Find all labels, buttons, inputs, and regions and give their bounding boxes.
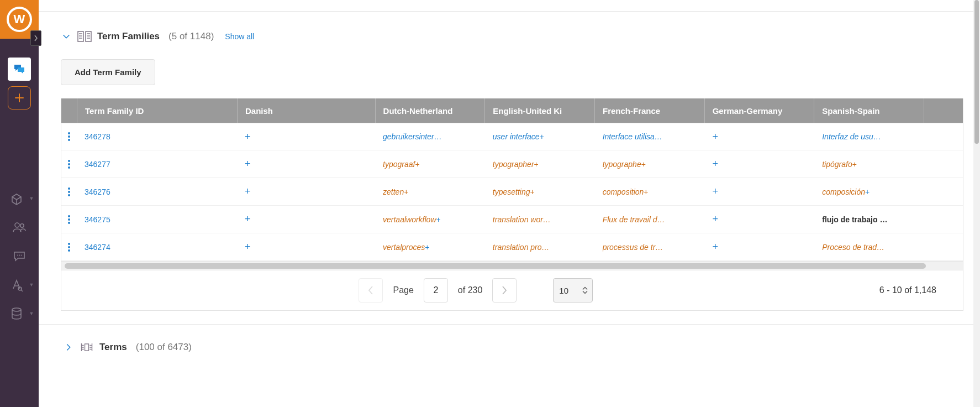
term-link[interactable]: gebruikersinter… bbox=[383, 132, 442, 141]
add-term-plus[interactable]: + bbox=[712, 241, 718, 253]
term-link[interactable]: composition+ bbox=[603, 187, 649, 196]
term-family-id-link[interactable]: 346277 bbox=[85, 160, 110, 169]
row-menu-kebab-icon[interactable] bbox=[64, 184, 75, 200]
term-link[interactable]: Interfaz de usu… bbox=[822, 132, 881, 141]
row-menu-kebab-icon[interactable] bbox=[64, 156, 75, 172]
svg-point-6 bbox=[12, 308, 21, 311]
term-link[interactable]: Proceso de trad… bbox=[822, 243, 884, 252]
pagination-controls: Page of 230 10 bbox=[72, 278, 879, 302]
table-cell: + bbox=[704, 123, 814, 150]
next-page-button[interactable] bbox=[492, 278, 517, 302]
add-term-plus[interactable]: + bbox=[245, 213, 251, 225]
col-english[interactable]: English-United Ki bbox=[485, 98, 595, 123]
scrollbar-thumb[interactable] bbox=[974, 0, 979, 144]
term-family-id-link[interactable]: 346276 bbox=[85, 187, 110, 196]
term-link[interactable]: tipógrafo+ bbox=[822, 160, 857, 169]
nav-chat[interactable] bbox=[8, 58, 31, 81]
scrollbar-horizontal[interactable] bbox=[61, 262, 963, 270]
term-link[interactable]: user interface+ bbox=[493, 132, 544, 141]
add-term-plus[interactable]: + bbox=[712, 158, 718, 170]
nav-comment[interactable] bbox=[8, 244, 31, 268]
term-family-id-link[interactable]: 346275 bbox=[85, 215, 110, 224]
terms-icon bbox=[80, 340, 94, 354]
term-link[interactable]: zetten+ bbox=[383, 187, 408, 196]
add-term-plus[interactable]: + bbox=[245, 241, 251, 253]
table-row: 346274+vertalproces+translation pro…proc… bbox=[61, 233, 963, 261]
term-link[interactable]: vertaalworkflow+ bbox=[383, 215, 441, 224]
hscroll-thumb[interactable] bbox=[65, 263, 926, 269]
add-term-plus[interactable]: + bbox=[245, 158, 251, 170]
show-all-link[interactable]: Show all bbox=[225, 32, 254, 41]
table-cell: + bbox=[704, 150, 814, 178]
table-cell: Flux de travail d… bbox=[595, 206, 705, 233]
term-link[interactable]: vertalproces+ bbox=[383, 243, 429, 252]
nav-database-wrap[interactable]: ▼ bbox=[5, 302, 34, 325]
term-link[interactable]: typographe+ bbox=[603, 160, 646, 169]
table-cell: + bbox=[704, 178, 814, 205]
add-term-plus[interactable]: + bbox=[712, 213, 718, 225]
term-family-id-cell: 346274 bbox=[77, 233, 237, 260]
term-link[interactable]: Flux de travail d… bbox=[603, 215, 665, 224]
page-number-input[interactable] bbox=[424, 278, 448, 302]
col-term-family-id[interactable]: Term Family ID bbox=[77, 98, 238, 123]
table-cell: + bbox=[237, 150, 375, 178]
table-cell: typographe+ bbox=[595, 150, 705, 178]
term-link[interactable]: typograaf+ bbox=[383, 160, 420, 169]
tail-cell bbox=[924, 233, 963, 260]
nav-box-wrap[interactable]: ▼ bbox=[5, 187, 34, 210]
term-family-id-cell: 346276 bbox=[77, 178, 237, 205]
scrollbar-vertical[interactable] bbox=[973, 0, 980, 407]
table-header: Term Family ID Danish Dutch-Netherland E… bbox=[61, 98, 963, 123]
term-families-icon bbox=[77, 29, 92, 44]
term-family-id-link[interactable]: 346278 bbox=[85, 132, 110, 141]
add-term-family-button[interactable]: Add Term Family bbox=[61, 59, 155, 85]
svg-point-3 bbox=[19, 255, 20, 256]
terms-expand-toggle[interactable] bbox=[63, 342, 74, 353]
nav-users[interactable] bbox=[8, 216, 31, 239]
page-size-select[interactable]: 10 bbox=[553, 278, 593, 302]
term-link[interactable]: composición+ bbox=[822, 187, 870, 196]
collapse-toggle[interactable] bbox=[61, 31, 72, 42]
term-link[interactable]: typographer+ bbox=[493, 160, 539, 169]
nav-font-wrap[interactable]: ▼ bbox=[5, 273, 34, 296]
sidebar: W ▼ bbox=[0, 0, 39, 407]
term-family-id-link[interactable]: 346274 bbox=[85, 243, 110, 252]
tail-cell bbox=[924, 178, 963, 205]
sidebar-expand-handle[interactable] bbox=[30, 30, 41, 46]
term-link[interactable]: processus de tr… bbox=[603, 243, 663, 252]
add-term-plus[interactable]: + bbox=[245, 131, 251, 143]
table-cell: + bbox=[237, 123, 375, 150]
term-link[interactable]: typesetting+ bbox=[493, 187, 535, 196]
term-link[interactable]: translation wor… bbox=[493, 215, 551, 224]
svg-point-1 bbox=[20, 224, 24, 227]
prev-page-button[interactable] bbox=[359, 278, 383, 302]
table-cell: processus de tr… bbox=[595, 233, 705, 260]
term-link[interactable]: flujo de trabajo … bbox=[822, 215, 887, 224]
table-cell: + bbox=[237, 178, 375, 205]
table-cell: typographer+ bbox=[485, 150, 595, 178]
col-spanish[interactable]: Spanish-Spain bbox=[814, 98, 924, 123]
table-cell: Interfaz de usu… bbox=[814, 123, 924, 150]
add-term-plus[interactable]: + bbox=[712, 186, 718, 197]
row-menu-kebab-icon[interactable] bbox=[64, 212, 75, 227]
add-term-plus[interactable]: + bbox=[712, 131, 718, 143]
tail-cell bbox=[924, 123, 963, 150]
col-french[interactable]: French-France bbox=[595, 98, 705, 123]
tail-cell bbox=[924, 150, 963, 178]
term-link[interactable]: translation pro… bbox=[493, 243, 550, 252]
nav-add[interactable] bbox=[8, 86, 31, 109]
add-term-plus[interactable]: + bbox=[245, 186, 251, 197]
col-dutch[interactable]: Dutch-Netherland bbox=[376, 98, 486, 123]
term-link[interactable]: Interface utilisa… bbox=[603, 132, 662, 141]
svg-point-2 bbox=[17, 255, 18, 256]
table-row: 346276+zetten+typesetting+composition++c… bbox=[61, 178, 963, 206]
row-menu-kebab-icon[interactable] bbox=[64, 129, 75, 144]
col-german[interactable]: German-Germany bbox=[705, 98, 815, 123]
table-cell: vertalproces+ bbox=[375, 233, 485, 260]
terms-count: (100 of 6473) bbox=[136, 342, 192, 353]
table-body: 346278+gebruikersinter…user interface+In… bbox=[61, 123, 963, 261]
row-actions-cell bbox=[61, 206, 77, 233]
term-families-table: Term Family ID Danish Dutch-Netherland E… bbox=[61, 98, 963, 262]
col-danish[interactable]: Danish bbox=[238, 98, 376, 123]
row-menu-kebab-icon[interactable] bbox=[64, 239, 75, 255]
